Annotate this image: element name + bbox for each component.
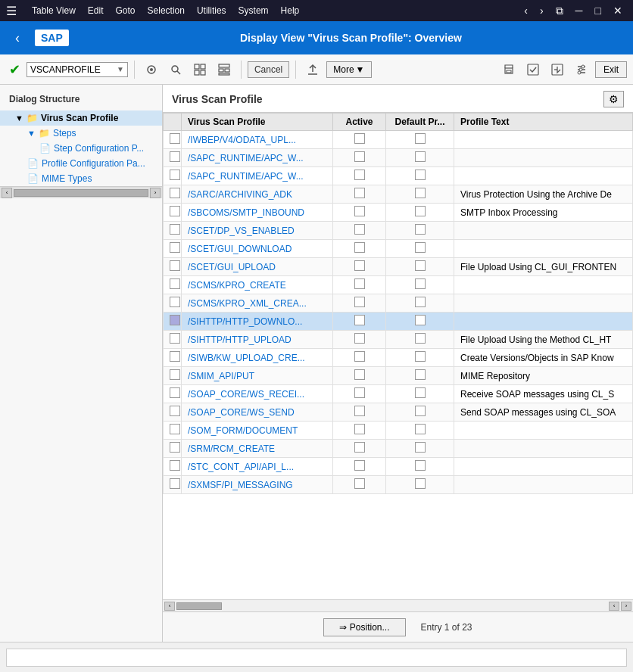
scroll-thumb[interactable] <box>14 189 148 197</box>
cell-defaultpr[interactable] <box>386 240 454 258</box>
exit-button[interactable]: Exit <box>595 61 627 78</box>
sidebar-item-step-config[interactable]: 📄 Step Configuration P... <box>0 141 162 156</box>
cell-defaultpr[interactable] <box>386 349 454 367</box>
cell-defaultpr[interactable] <box>386 313 454 331</box>
menu-tableview[interactable]: Table View <box>27 4 80 17</box>
close-icon[interactable]: ✕ <box>609 3 627 19</box>
row-select-checkbox[interactable] <box>164 349 182 367</box>
row-select-checkbox[interactable] <box>164 458 182 476</box>
cell-defaultpr[interactable] <box>386 331 454 349</box>
cell-defaultpr[interactable] <box>386 422 454 440</box>
cell-active[interactable] <box>333 458 386 476</box>
menu-utilities[interactable]: Utilities <box>192 4 231 17</box>
confirm-button[interactable]: ✔ <box>6 60 23 79</box>
table-row[interactable]: /SOM_FORM/DOCUMENT <box>164 422 633 440</box>
window-restore-icon[interactable]: ⧉ <box>551 3 568 19</box>
cell-active[interactable] <box>333 240 386 258</box>
table-row[interactable]: /SCMS/KPRO_CREATE <box>164 276 633 294</box>
column-settings-button[interactable] <box>571 61 592 79</box>
table-row[interactable]: /SBCOMS/SMTP_INBOUNDSMTP Inbox Processin… <box>164 204 633 222</box>
row-select-checkbox[interactable] <box>164 276 182 294</box>
layout-icon[interactable] <box>214 61 235 79</box>
cell-active[interactable] <box>333 385 386 403</box>
row-select-checkbox[interactable] <box>164 204 182 222</box>
grid-icon[interactable] <box>189 61 210 79</box>
hamburger-menu[interactable]: ☰ <box>6 4 17 18</box>
col-header-profile[interactable]: Virus Scan Profile <box>182 114 333 131</box>
row-select-checkbox[interactable] <box>164 440 182 458</box>
cell-defaultpr[interactable] <box>386 222 454 240</box>
row-select-checkbox[interactable] <box>164 313 182 331</box>
menu-system[interactable]: System <box>234 4 273 17</box>
table-row[interactable]: /STC_CONT_API/API_L... <box>164 458 633 476</box>
menu-edit[interactable]: Edit <box>83 4 108 17</box>
table-row[interactable]: /SRM/RCM_CREATE <box>164 440 633 458</box>
sidebar-item-profile-config[interactable]: 📄 Profile Configuration Pa... <box>0 156 162 171</box>
row-select-checkbox[interactable] <box>164 403 182 422</box>
customize-icon[interactable] <box>141 61 162 79</box>
cell-active[interactable] <box>333 476 386 494</box>
row-select-checkbox[interactable] <box>164 476 182 494</box>
status-input[interactable] <box>6 649 627 667</box>
table-row[interactable]: /SCMS/KPRO_XML_CREA... <box>164 294 633 313</box>
table-row[interactable]: /SIHTTP/HTTP_DOWNLO... <box>164 313 633 331</box>
cell-active[interactable] <box>333 367 386 385</box>
cell-active[interactable] <box>333 440 386 458</box>
menu-selection[interactable]: Selection <box>143 4 189 17</box>
row-select-checkbox[interactable] <box>164 131 182 149</box>
table-row[interactable]: /SCET/DP_VS_ENABLED <box>164 222 633 240</box>
cell-active[interactable] <box>333 167 386 185</box>
cell-defaultpr[interactable] <box>386 403 454 422</box>
nav-back-icon[interactable]: ‹ <box>519 3 532 19</box>
cell-defaultpr[interactable] <box>386 367 454 385</box>
sap-back-button[interactable]: ‹ <box>9 27 26 49</box>
cell-active[interactable] <box>333 131 386 149</box>
row-select-checkbox[interactable] <box>164 294 182 313</box>
hscroll-left-button[interactable]: ‹ <box>164 602 175 611</box>
menu-help[interactable]: Help <box>276 4 304 17</box>
row-select-checkbox[interactable] <box>164 149 182 167</box>
cell-active[interactable] <box>333 403 386 422</box>
row-select-checkbox[interactable] <box>164 422 182 440</box>
table-row[interactable]: /SOAP_CORE/WS_RECEI...Receive SOAP messa… <box>164 385 633 403</box>
row-select-checkbox[interactable] <box>164 240 182 258</box>
scroll-left-button[interactable]: ‹ <box>2 188 12 198</box>
nav-forward-icon[interactable]: › <box>535 3 548 19</box>
col-header-active[interactable]: Active <box>333 114 386 131</box>
transaction-input[interactable] <box>30 64 114 75</box>
sidebar-item-steps[interactable]: ▼ 📁 Steps <box>0 126 162 141</box>
hscroll-thumb[interactable] <box>176 602 222 610</box>
table-row[interactable]: /SOAP_CORE/WS_SENDSend SOAP messages usi… <box>164 403 633 422</box>
cell-active[interactable] <box>333 276 386 294</box>
cell-defaultpr[interactable] <box>386 167 454 185</box>
cell-active[interactable] <box>333 331 386 349</box>
col-header-defaultpr[interactable]: Default Pr... <box>386 114 454 131</box>
maximize-icon[interactable]: □ <box>591 3 606 19</box>
table-row[interactable]: /SCET/GUI_UPLOADFile Upload Using CL_GUI… <box>164 258 633 276</box>
row-select-checkbox[interactable] <box>164 258 182 276</box>
row-select-checkbox[interactable] <box>164 167 182 185</box>
col-header-text[interactable]: Profile Text <box>454 114 633 131</box>
sidebar-item-mime-types[interactable]: 📄 MIME Types <box>0 171 162 186</box>
cell-defaultpr[interactable] <box>386 476 454 494</box>
more-button[interactable]: More ▼ <box>326 61 371 78</box>
table-row[interactable]: /SAPC_RUNTIME/APC_W... <box>164 149 633 167</box>
table-row[interactable]: /SAPC_RUNTIME/APC_W... <box>164 167 633 185</box>
cell-defaultpr[interactable] <box>386 185 454 204</box>
table-row[interactable]: /SIHTTP/HTTP_UPLOADFile Upload Using the… <box>164 331 633 349</box>
cell-defaultpr[interactable] <box>386 131 454 149</box>
save-local-button[interactable] <box>522 61 544 79</box>
cell-active[interactable] <box>333 349 386 367</box>
print-button[interactable] <box>498 61 519 79</box>
hscroll-right1-button[interactable]: ‹ <box>609 602 619 611</box>
table-row[interactable]: /SARC/ARCHIVING_ADKVirus Protection Usin… <box>164 185 633 204</box>
row-select-checkbox[interactable] <box>164 185 182 204</box>
cell-active[interactable] <box>333 258 386 276</box>
table-settings-button[interactable]: ⚙ <box>603 91 624 107</box>
table-row[interactable]: /SIWB/KW_UPLOAD_CRE...Create Versions/Ob… <box>164 349 633 367</box>
row-select-checkbox[interactable] <box>164 367 182 385</box>
export-button[interactable] <box>547 61 568 79</box>
sidebar-item-virus-scan-profile[interactable]: ▼ 📁 Virus Scan Profile <box>0 110 162 126</box>
row-select-checkbox[interactable] <box>164 385 182 403</box>
cell-active[interactable] <box>333 294 386 313</box>
